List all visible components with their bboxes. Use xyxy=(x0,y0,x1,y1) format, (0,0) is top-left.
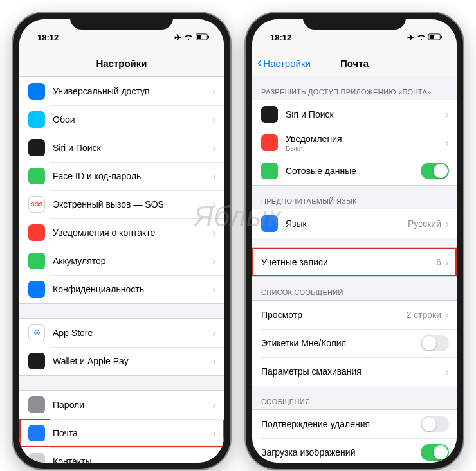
row-siri-search[interactable]: Siri и Поиск› xyxy=(252,100,457,129)
section-header: ПРЕДПОЧИТАЕМЫЙ ЯЗЫК xyxy=(252,186,457,209)
toggle-confirm-delete[interactable] xyxy=(421,416,449,432)
row-accounts[interactable]: Учетные записи6› xyxy=(252,248,457,276)
mail-settings-content[interactable]: РАЗРЕШИТЬ ДОСТУП ПРИЛОЖЕНИЮ «ПОЧТА»Siri … xyxy=(252,76,457,463)
row-appstore[interactable]: ⒶApp Store› xyxy=(19,319,224,347)
row-label: Подтверждение удаления xyxy=(261,419,421,429)
row-label: Face ID и код-пароль xyxy=(53,171,212,181)
row-label: Этикетки Мне/Копия xyxy=(261,338,421,348)
row-value: 2 строки xyxy=(406,310,441,320)
row-label: Уведомления о контакте xyxy=(53,227,212,238)
row-value: 6 xyxy=(436,257,441,267)
back-button[interactable]: ‹ Настройки xyxy=(257,56,311,70)
wallet-icon xyxy=(28,353,45,369)
faceid-icon xyxy=(28,168,45,184)
chevron-right-icon: › xyxy=(212,398,216,412)
contacts-icon xyxy=(28,453,45,463)
chevron-left-icon: ‹ xyxy=(257,56,262,70)
sos-icon: SOS xyxy=(28,196,45,213)
row-label: App Store xyxy=(53,328,212,338)
row-labels[interactable]: Этикетки Мне/Копия xyxy=(252,329,457,357)
row-contacts[interactable]: Контакты› xyxy=(19,447,224,463)
siri-icon xyxy=(28,139,45,156)
page-title: Почта xyxy=(340,58,369,69)
row-faceid[interactable]: Face ID и код-пароль› xyxy=(19,162,224,190)
phone-right: 18:12 ✈ ‹ Настройки Почта РАЗРЕШИТЬ ДОСТ… xyxy=(246,13,463,469)
row-privacy[interactable]: Конфиденциальность› xyxy=(19,275,224,303)
mail-icon xyxy=(28,425,45,441)
phone-left: 18:12 ✈ Настройки Универсальный доступ›О… xyxy=(13,13,230,469)
status-time: 18:12 xyxy=(270,33,291,42)
chevron-right-icon: › xyxy=(212,141,216,155)
chevron-right-icon: › xyxy=(212,326,216,340)
appstore-icon: Ⓐ xyxy=(28,324,45,341)
settings-content[interactable]: Универсальный доступ›Обои›Siri и Поиск›F… xyxy=(19,76,224,463)
wifi-icon xyxy=(184,33,193,42)
notch xyxy=(303,13,406,30)
svg-rect-4 xyxy=(441,35,442,38)
section-header xyxy=(252,238,457,247)
row-label: Siri и Поиск xyxy=(286,109,445,120)
chevron-right-icon: › xyxy=(212,355,216,368)
chevron-right-icon: › xyxy=(212,113,216,127)
chevron-right-icon: › xyxy=(212,85,216,98)
row-exposure[interactable]: Уведомления о контакте› xyxy=(19,218,224,247)
row-label: Просмотр xyxy=(261,310,406,320)
toggle-cellular[interactable] xyxy=(421,163,449,179)
page-title: Настройки xyxy=(96,58,147,69)
airplane-icon: ✈ xyxy=(407,33,414,42)
row-label: Контакты xyxy=(53,456,212,463)
language-icon xyxy=(261,215,278,232)
row-label: Пароли xyxy=(53,400,212,410)
chevron-right-icon: › xyxy=(445,308,449,322)
row-label: Почта xyxy=(53,428,212,438)
toggle-labels[interactable] xyxy=(421,335,449,351)
wifi-icon xyxy=(417,33,426,42)
chevron-right-icon: › xyxy=(445,136,449,150)
row-swipe[interactable]: Параметры смахивания› xyxy=(252,357,457,386)
back-label: Настройки xyxy=(263,58,311,69)
row-label: Сотовые данные xyxy=(286,166,421,176)
chevron-right-icon: › xyxy=(212,427,216,440)
passwords-icon xyxy=(28,396,45,413)
row-passwords[interactable]: Пароли› xyxy=(19,391,224,419)
row-load-images[interactable]: Загрузка изображений xyxy=(252,438,457,463)
row-siri[interactable]: Siri и Поиск› xyxy=(19,134,224,162)
row-battery[interactable]: Аккумулятор› xyxy=(19,247,224,275)
status-icons: ✈ xyxy=(407,33,443,42)
row-language[interactable]: ЯзыкРусский› xyxy=(252,209,457,238)
row-wallet[interactable]: Wallet и Apple Pay› xyxy=(19,347,224,375)
row-sublabel: Выкл. xyxy=(286,145,445,152)
row-label: Аккумулятор xyxy=(53,256,212,266)
svg-rect-2 xyxy=(197,35,201,39)
row-label: Wallet и Apple Pay xyxy=(53,356,212,366)
section-header: СООБЩЕНИЯ xyxy=(252,386,457,409)
battery-icon xyxy=(428,33,443,42)
row-label: Обои xyxy=(53,114,212,125)
siri-search-icon xyxy=(261,106,278,123)
chevron-right-icon: › xyxy=(212,283,216,296)
chevron-right-icon: › xyxy=(212,170,216,183)
row-accessibility[interactable]: Универсальный доступ› xyxy=(19,77,224,105)
svg-rect-1 xyxy=(208,35,209,38)
row-cellular[interactable]: Сотовые данные xyxy=(252,157,457,185)
row-notifications[interactable]: УведомленияВыкл.› xyxy=(252,129,457,157)
row-label: Язык xyxy=(286,218,408,229)
row-wallpaper[interactable]: Обои› xyxy=(19,105,224,134)
battery-icon xyxy=(28,253,45,269)
row-label: Универсальный доступ xyxy=(53,86,212,96)
row-preview[interactable]: Просмотр2 строки› xyxy=(252,301,457,329)
privacy-icon xyxy=(28,281,45,298)
toggle-load-images[interactable] xyxy=(421,444,449,461)
nav-bar: Настройки xyxy=(19,50,224,76)
chevron-right-icon: › xyxy=(212,226,216,240)
chevron-right-icon: › xyxy=(445,256,449,269)
row-mail[interactable]: Почта› xyxy=(19,419,224,447)
row-confirm-delete[interactable]: Подтверждение удаления xyxy=(252,410,457,438)
chevron-right-icon: › xyxy=(445,365,449,378)
chevron-right-icon: › xyxy=(445,217,449,231)
notifications-icon xyxy=(261,134,278,151)
chevron-right-icon: › xyxy=(445,108,449,121)
row-sos[interactable]: SOSЭкстренный вызов — SOS› xyxy=(19,190,224,218)
row-label: Учетные записи xyxy=(261,257,436,267)
exposure-icon xyxy=(28,224,45,241)
